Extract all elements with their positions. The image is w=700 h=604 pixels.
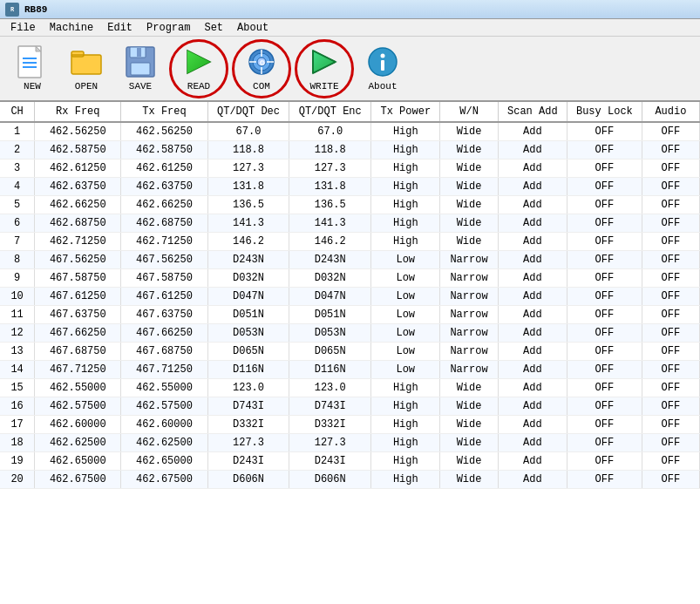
menu-file[interactable]: File <box>3 20 43 36</box>
cell-9-7: Add <box>498 288 567 306</box>
cell-0-4: 67.0 <box>289 122 371 141</box>
cell-11-2: 467.66250 <box>121 324 207 343</box>
table-row[interactable]: 16462.57500462.57500D743ID743IHighWideAd… <box>0 397 700 416</box>
cell-2-0: 3 <box>0 159 35 178</box>
table-row[interactable]: 4462.63750462.63750131.8131.8HighWideAdd… <box>0 178 700 196</box>
cell-10-2: 467.63750 <box>121 306 207 324</box>
cell-19-4: D606N <box>289 471 371 489</box>
cell-3-5: High <box>371 178 440 196</box>
cell-10-3: D051N <box>207 306 289 324</box>
table-row[interactable]: 20462.67500462.67500D606ND606NHighWideAd… <box>0 471 700 489</box>
menu-set[interactable]: Set <box>197 20 230 36</box>
cell-10-7: Add <box>498 306 567 324</box>
cell-12-9: OFF <box>642 343 699 361</box>
cell-8-3: D032N <box>207 269 289 288</box>
cell-2-7: Add <box>498 159 567 178</box>
read-icon <box>182 45 215 78</box>
cell-7-4: D243N <box>289 251 371 269</box>
table-row[interactable]: 15462.55000462.55000123.0123.0HighWideAd… <box>0 379 700 397</box>
cell-4-9: OFF <box>642 196 699 214</box>
cell-2-3: 127.3 <box>207 159 289 178</box>
cell-1-0: 2 <box>0 141 35 159</box>
cell-8-8: OFF <box>567 269 642 288</box>
cell-9-0: 10 <box>0 288 35 306</box>
table-row[interactable]: 10467.61250467.61250D047ND047NLowNarrowA… <box>0 288 700 306</box>
table-row[interactable]: 6462.68750462.68750141.3141.3HighWideAdd… <box>0 214 700 233</box>
menu-machine[interactable]: Machine <box>43 20 100 36</box>
cell-11-4: D053N <box>289 324 371 343</box>
about-icon <box>366 45 399 78</box>
com-button[interactable]: ⚙ COM <box>232 39 291 98</box>
title-bar: R RB89 <box>0 0 700 19</box>
cell-13-2: 467.71250 <box>121 361 207 379</box>
cell-16-0: 17 <box>0 416 35 434</box>
table-row[interactable]: 7462.71250462.71250146.2146.2HighWideAdd… <box>0 233 700 251</box>
table-row[interactable]: 9467.58750467.58750D032ND032NLowNarrowAd… <box>0 269 700 288</box>
menu-about[interactable]: About <box>230 20 275 36</box>
cell-18-2: 462.65000 <box>121 452 207 471</box>
read-button[interactable]: READ <box>169 39 228 98</box>
cell-5-3: 141.3 <box>207 214 289 233</box>
open-button[interactable]: OPEN <box>61 40 112 97</box>
table-row[interactable]: 13467.68750467.68750D065ND065NLowNarrowA… <box>0 343 700 361</box>
table-row[interactable]: 17462.60000462.60000D332ID332IHighWideAd… <box>0 416 700 434</box>
cell-14-2: 462.55000 <box>121 379 207 397</box>
channel-table: CH Rx Freq Tx Freq QT/DQT Dec QT/DQT Enc… <box>0 102 700 489</box>
cell-13-8: OFF <box>567 361 642 379</box>
cell-13-0: 14 <box>0 361 35 379</box>
cell-19-9: OFF <box>642 471 699 489</box>
cell-13-3: D116N <box>207 361 289 379</box>
cell-0-8: OFF <box>567 122 642 141</box>
cell-2-8: OFF <box>567 159 642 178</box>
cell-1-4: 118.8 <box>289 141 371 159</box>
cell-2-1: 462.61250 <box>35 159 121 178</box>
cell-10-1: 467.63750 <box>35 306 121 324</box>
table-row[interactable]: 12467.66250467.66250D053ND053NLowNarrowA… <box>0 324 700 343</box>
cell-17-2: 462.62500 <box>121 434 207 452</box>
cell-15-7: Add <box>498 397 567 416</box>
cell-5-8: OFF <box>567 214 642 233</box>
table-row[interactable]: 1462.56250462.5625067.067.0HighWideAddOF… <box>0 122 700 141</box>
new-button[interactable]: NEW <box>7 40 58 97</box>
cell-11-3: D053N <box>207 324 289 343</box>
cell-12-8: OFF <box>567 343 642 361</box>
header-txfreq: Tx Freq <box>121 102 207 122</box>
cell-6-1: 462.71250 <box>35 233 121 251</box>
cell-6-9: OFF <box>642 233 699 251</box>
about-button[interactable]: About <box>357 40 408 97</box>
save-button[interactable]: SAVE <box>115 40 166 97</box>
cell-11-8: OFF <box>567 324 642 343</box>
cell-3-6: Wide <box>440 178 498 196</box>
new-icon <box>16 45 49 78</box>
table-row[interactable]: 18462.62500462.62500127.3127.3HighWideAd… <box>0 434 700 452</box>
cell-6-5: High <box>371 233 440 251</box>
cell-12-6: Narrow <box>440 343 498 361</box>
write-button[interactable]: WRITE <box>295 39 354 98</box>
cell-2-9: OFF <box>642 159 699 178</box>
cell-18-7: Add <box>498 452 567 471</box>
cell-7-7: Add <box>498 251 567 269</box>
table-row[interactable]: 2462.58750462.58750118.8118.8HighWideAdd… <box>0 141 700 159</box>
table-row[interactable]: 19462.65000462.65000D243ID243IHighWideAd… <box>0 452 700 471</box>
cell-2-6: Wide <box>440 159 498 178</box>
table-row[interactable]: 5462.66250462.66250136.5136.5HighWideAdd… <box>0 196 700 214</box>
cell-10-8: OFF <box>567 306 642 324</box>
cell-17-6: Wide <box>440 434 498 452</box>
table-row[interactable]: 3462.61250462.61250127.3127.3HighWideAdd… <box>0 159 700 178</box>
menu-program[interactable]: Program <box>139 20 197 36</box>
table-row[interactable]: 14467.71250467.71250D116ND116NLowNarrowA… <box>0 361 700 379</box>
cell-8-2: 467.58750 <box>121 269 207 288</box>
table-row[interactable]: 8467.56250467.56250D243ND243NLowNarrowAd… <box>0 251 700 269</box>
cell-15-4: D743I <box>289 397 371 416</box>
cell-0-2: 462.56250 <box>121 122 207 141</box>
cell-6-3: 146.2 <box>207 233 289 251</box>
cell-18-6: Wide <box>440 452 498 471</box>
table-container[interactable]: CH Rx Freq Tx Freq QT/DQT Dec QT/DQT Enc… <box>0 102 700 604</box>
cell-18-4: D243I <box>289 452 371 471</box>
cell-6-7: Add <box>498 233 567 251</box>
menu-edit[interactable]: Edit <box>100 20 139 36</box>
table-row[interactable]: 11467.63750467.63750D051ND051NLowNarrowA… <box>0 306 700 324</box>
header-txpower: Tx Power <box>371 102 440 122</box>
cell-13-1: 467.71250 <box>35 361 121 379</box>
cell-19-5: High <box>371 471 440 489</box>
